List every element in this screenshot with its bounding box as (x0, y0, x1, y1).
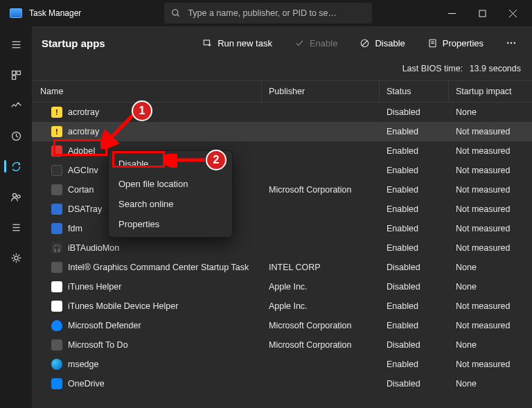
cell-publisher: INTEL CORP (262, 263, 380, 272)
nav-startup-apps[interactable] (2, 152, 30, 180)
app-icon (51, 262, 62, 273)
cell-publisher: Apple Inc. (262, 282, 380, 292)
cell-publisher: Microsoft Corporation (262, 340, 380, 350)
run-new-task-button[interactable]: Run new task (197, 34, 278, 53)
app-name: iBTAudioMon (68, 243, 119, 253)
app-name: Intel® Graphics Command Center Startup T… (68, 263, 249, 272)
app-name: acrotray (68, 107, 99, 117)
app-icon (51, 145, 62, 157)
ctx-properties[interactable]: Properties (112, 214, 229, 234)
nav-users[interactable] (2, 183, 30, 211)
cell-status: Enabled (380, 224, 449, 233)
more-button[interactable] (500, 33, 522, 53)
app-name: AGCInv (68, 166, 98, 175)
svg-rect-3 (479, 10, 486, 17)
hamburger-button[interactable] (2, 30, 30, 58)
cell-impact: None (449, 340, 532, 350)
cell-impact: Not measured (449, 204, 532, 214)
app-name: msedge (68, 360, 98, 369)
app-icon: 🎧 (51, 242, 62, 254)
nav-processes[interactable] (2, 61, 30, 89)
page-title: Startup apps (42, 37, 105, 49)
app-icon (51, 301, 62, 312)
app-icon (51, 339, 62, 351)
nav-app-history[interactable] (2, 122, 30, 150)
svg-line-1 (177, 15, 179, 17)
col-name[interactable]: Name (32, 81, 262, 102)
table-row[interactable]: DSATrayEnabledNot measured (32, 199, 532, 219)
table-row[interactable]: Microsoft To DoMicrosoft CorporationDisa… (32, 335, 532, 355)
cell-status: Disabled (380, 379, 449, 389)
app-name: iTunes Mobile Device Helper (68, 301, 178, 311)
nav-services[interactable] (2, 244, 30, 272)
app-icon (51, 184, 62, 195)
svg-line-30 (107, 114, 134, 141)
cell-impact: None (449, 263, 532, 272)
app-icon (51, 204, 62, 215)
cell-impact: Not measured (449, 243, 532, 253)
table-row[interactable]: OneDriveDisabledNone (32, 374, 532, 393)
annotation-badge-2: 2 (206, 150, 227, 170)
window-title: Task Manager (29, 8, 81, 18)
properties-icon (427, 38, 438, 48)
table-row[interactable]: iTunes Mobile Device HelperApple Inc.Ena… (32, 296, 532, 316)
close-button[interactable] (497, 3, 528, 24)
col-impact[interactable]: Startup impact (449, 81, 532, 102)
cell-status: Enabled (380, 360, 449, 369)
annotation-arrow-2 (165, 154, 210, 168)
nav-performance[interactable] (2, 91, 30, 119)
table-row[interactable]: Intel® Graphics Command Center Startup T… (32, 258, 532, 277)
cell-impact: Not measured (449, 321, 532, 330)
cell-impact: Not measured (449, 127, 532, 136)
prohibit-icon (360, 38, 370, 48)
cell-status: Enabled (380, 243, 449, 253)
toolbar: Startup apps Run new task Enable Disable… (32, 26, 532, 60)
table-row[interactable]: AGCInvEnabledNot measured (32, 161, 532, 180)
app-name: Cortan (68, 185, 94, 195)
app-name: DSATray (68, 204, 102, 214)
maximize-button[interactable] (467, 3, 497, 24)
cell-impact: Not measured (449, 224, 532, 233)
ctx-open-file-location[interactable]: Open file location (112, 174, 229, 194)
svg-rect-19 (204, 40, 209, 45)
svg-line-23 (362, 40, 368, 46)
app-name: Microsoft Defender (68, 321, 141, 330)
app-name: acrotray (68, 127, 99, 136)
bios-time: Last BIOS time: 13.9 seconds (32, 60, 532, 80)
nav-details[interactable] (2, 213, 30, 241)
svg-point-29 (514, 42, 516, 44)
col-publisher[interactable]: Publisher (262, 81, 380, 102)
cell-publisher: Apple Inc. (262, 301, 380, 311)
table-row[interactable]: CortanMicrosoft CorporationEnabledNot me… (32, 180, 532, 199)
table-row[interactable]: 🎧iBTAudioMonEnabledNot measured (32, 238, 532, 258)
ctx-search-online[interactable]: Search online (112, 194, 229, 214)
table-row[interactable]: Microsoft DefenderMicrosoft CorporationE… (32, 316, 532, 335)
svg-point-18 (14, 256, 17, 259)
cell-status: Disabled (380, 107, 449, 117)
annotation-badge-1: 1 (132, 100, 152, 121)
table-row[interactable]: iTunes HelperApple Inc.DisabledNone (32, 277, 532, 296)
properties-button[interactable]: Properties (422, 34, 489, 53)
app-name: AdobeI (68, 146, 96, 156)
search-icon (171, 8, 181, 18)
cell-status: Enabled (380, 321, 449, 330)
svg-rect-11 (12, 76, 15, 79)
minimize-button[interactable] (436, 3, 467, 24)
table-row[interactable]: fdmEnabledNot measured (32, 219, 532, 238)
col-status[interactable]: Status (380, 81, 449, 102)
sidebar (0, 26, 32, 408)
app-name: OneDrive (68, 379, 105, 389)
app-icon (10, 8, 22, 18)
cell-impact: Not measured (449, 301, 532, 311)
cell-impact: Not measured (449, 146, 532, 156)
titlebar: Task Manager Type a name, publisher, or … (0, 0, 532, 26)
cell-status: Enabled (380, 127, 449, 136)
svg-point-0 (172, 10, 178, 15)
search-input[interactable]: Type a name, publisher, or PID to se… (164, 3, 372, 24)
app-name: iTunes Helper (68, 282, 121, 292)
cell-impact: Not measured (449, 166, 532, 175)
cell-status: Disabled (380, 340, 449, 350)
enable-button[interactable]: Enable (289, 34, 343, 53)
table-row[interactable]: msedgeEnabledNot measured (32, 355, 532, 374)
disable-button[interactable]: Disable (354, 34, 410, 53)
